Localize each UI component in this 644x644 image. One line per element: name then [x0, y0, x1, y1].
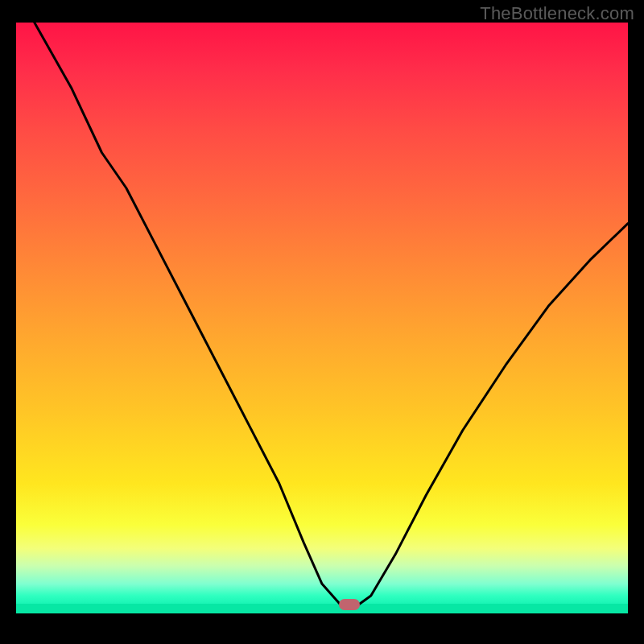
bottleneck-curve: [16, 23, 628, 613]
plot-area: [16, 23, 628, 613]
watermark-text: TheBottleneck.com: [480, 3, 634, 24]
chart-frame: TheBottleneck.com: [0, 0, 644, 644]
optimal-point-marker: [339, 599, 360, 610]
curve-path: [35, 23, 628, 605]
